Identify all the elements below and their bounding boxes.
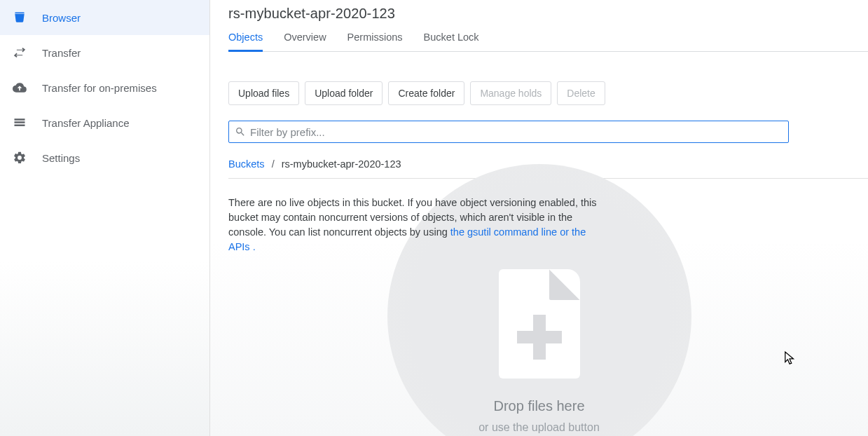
filter-container[interactable] (228, 121, 789, 143)
sidebar-item-label: Browser (42, 12, 81, 24)
cursor-icon (784, 350, 797, 366)
sidebar-item-transfer-onprem[interactable]: Transfer for on-premises (0, 70, 209, 105)
sidebar-item-label: Transfer Appliance (42, 117, 130, 129)
sidebar-item-label: Transfer (42, 47, 81, 59)
upload-files-button[interactable]: Upload files (228, 81, 299, 105)
breadcrumb-current: rs-mybucket-apr-2020-123 (282, 158, 401, 170)
search-icon (235, 126, 246, 137)
sidebar: Browser Transfer Transfer for on-premise… (0, 0, 210, 436)
drop-text-primary: Drop files here (493, 398, 584, 414)
delete-button: Delete (557, 81, 605, 105)
breadcrumb-sep: / (272, 158, 275, 170)
action-buttons: Upload files Upload folder Create folder… (228, 81, 868, 105)
tab-objects[interactable]: Objects (228, 32, 263, 52)
create-folder-button[interactable]: Create folder (388, 81, 464, 105)
breadcrumb-root[interactable]: Buckets (228, 158, 265, 170)
sidebar-item-browser[interactable]: Browser (0, 0, 209, 35)
cloud-upload-icon (13, 81, 27, 95)
page-title: rs-mybucket-apr-2020-123 (228, 6, 868, 22)
appliance-icon (13, 116, 27, 130)
sidebar-item-settings[interactable]: Settings (0, 140, 209, 175)
drop-text-secondary: or use the upload button (478, 421, 600, 434)
filter-input[interactable] (246, 121, 783, 142)
tab-overview[interactable]: Overview (284, 32, 326, 51)
main-content: Drop files here or use the upload button… (210, 0, 868, 436)
upload-folder-button[interactable]: Upload folder (305, 81, 383, 105)
sidebar-item-label: Settings (42, 152, 80, 164)
manage-holds-button: Manage holds (470, 81, 551, 105)
sidebar-item-transfer[interactable]: Transfer (0, 35, 209, 70)
sidebar-item-transfer-appliance[interactable]: Transfer Appliance (0, 105, 209, 140)
tab-bucket-lock[interactable]: Bucket Lock (424, 32, 479, 51)
gear-icon (13, 151, 27, 165)
file-add-icon (499, 269, 580, 379)
transfer-icon (13, 46, 27, 60)
sidebar-item-label: Transfer for on-premises (42, 82, 157, 94)
tabs: Objects Overview Permissions Bucket Lock (228, 32, 868, 52)
empty-bucket-message: There are no live objects in this bucket… (228, 196, 607, 254)
bucket-icon (13, 11, 27, 25)
tab-permissions[interactable]: Permissions (347, 32, 403, 51)
